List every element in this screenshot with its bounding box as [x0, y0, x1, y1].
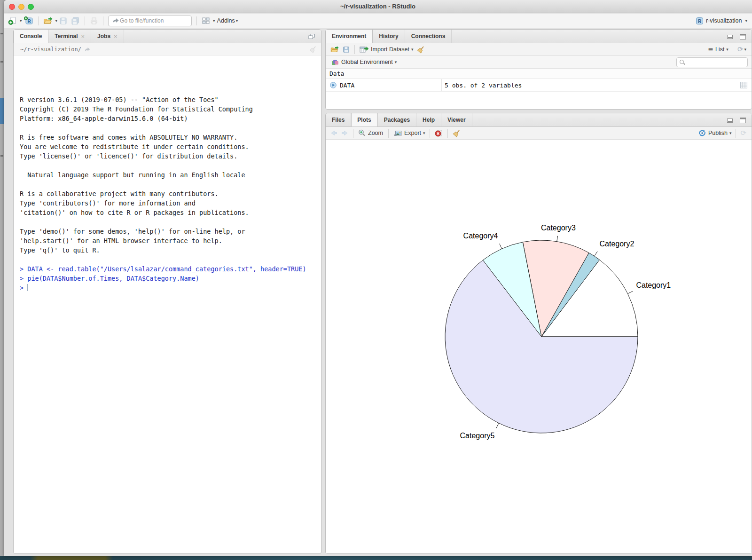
broom-icon — [416, 45, 425, 54]
refresh-environment-button[interactable]: ⟳ ▾ — [736, 44, 748, 55]
minimize-pane-icon — [727, 33, 734, 39]
save-button[interactable] — [57, 15, 69, 26]
export-plot-button[interactable]: Export ▾ — [392, 128, 427, 138]
clear-environment-button[interactable] — [415, 44, 427, 55]
environment-search-box[interactable] — [676, 57, 748, 67]
save-all-button[interactable] — [69, 15, 82, 26]
list-view-caret-icon: ▾ — [726, 47, 728, 52]
project-label: r-visualization — [706, 17, 742, 24]
open-file-button[interactable] — [41, 15, 55, 26]
console-output-line: 'help.start()' for an HTML browser inter… — [20, 236, 321, 245]
list-view-icon: ≡ — [708, 46, 713, 53]
console-output-line — [20, 217, 321, 227]
console-output-line: 'citation()' on how to cite R or R packa… — [20, 208, 321, 217]
console-path-row: ~/r-visualization/ — [14, 43, 321, 55]
console-input-line: > — [20, 283, 321, 292]
tab-connections[interactable]: Connections — [405, 30, 452, 43]
pie-label: Category5 — [460, 432, 495, 440]
toolbar-separator — [388, 129, 389, 138]
plots-tabstrip: FilesPlotsPackagesHelpViewer — [326, 113, 752, 127]
console-output-line: R is a collaborative project with many c… — [20, 189, 321, 198]
tab-label: History — [379, 33, 398, 39]
environment-scope-label: Global Environment — [341, 59, 393, 65]
pie-label-tick — [496, 423, 499, 428]
console-output-line: Platform: x86_64-apple-darwin15.6.0 (64-… — [20, 114, 321, 123]
tab-files[interactable]: Files — [326, 113, 351, 126]
tab-close-icon[interactable]: × — [114, 33, 118, 39]
tab-environment[interactable]: Environment — [326, 30, 373, 43]
expand-object-icon[interactable] — [329, 81, 337, 89]
popout-console-button[interactable] — [306, 31, 317, 42]
console-output[interactable]: R version 3.6.1 (2019-07-05) -- "Action … — [14, 85, 321, 553]
import-dataset-button[interactable]: Import Dataset ▾ — [358, 44, 415, 55]
publish-label: Publish — [708, 130, 728, 136]
console-output-line — [20, 123, 321, 133]
tab-terminal[interactable]: Terminal× — [48, 30, 91, 43]
environment-scope-button[interactable]: Global Environment ▾ — [329, 56, 398, 68]
tab-plots[interactable]: Plots — [351, 113, 377, 126]
print-icon — [89, 16, 99, 25]
list-view-button[interactable]: ≡ List ▾ — [706, 44, 730, 55]
console-output-line: Type 'demo()' for some demos, 'help()' f… — [20, 227, 321, 236]
next-plot-button[interactable] — [339, 128, 350, 138]
refresh-plot-button[interactable]: ⟳ — [739, 128, 748, 138]
new-file-caret-icon[interactable]: ▾ — [20, 18, 22, 23]
view-data-button[interactable] — [740, 81, 748, 91]
tab-label: Plots — [357, 117, 371, 123]
refresh-caret-icon: ▾ — [744, 47, 746, 52]
environment-object-row[interactable]: DATA 5 obs. of 2 variables — [326, 79, 752, 92]
project-menu-button[interactable]: R r-visualization ▾ — [696, 17, 747, 25]
save-workspace-button[interactable] — [341, 44, 352, 55]
tab-jobs[interactable]: Jobs× — [91, 30, 124, 43]
zoom-plot-button[interactable]: Zoom — [356, 128, 385, 138]
addins-button[interactable]: Addins ▾ — [215, 15, 240, 26]
new-file-button[interactable] — [7, 15, 19, 26]
maximize-pane-icon — [739, 117, 746, 124]
clear-console-icon[interactable] — [309, 45, 317, 54]
pane-layout-button[interactable] — [200, 15, 212, 26]
print-button[interactable] — [88, 15, 100, 26]
console-output-line: Type 'contributors()' for more informati… — [20, 198, 321, 208]
titlebar: ~/r-visualization - RStudio — [4, 0, 752, 13]
environment-tabstrip: EnvironmentHistoryConnections — [326, 30, 752, 43]
goto-file-box[interactable] — [108, 16, 192, 26]
back-arrow-icon — [330, 129, 338, 137]
save-icon — [59, 16, 68, 25]
zoom-label: Zoom — [368, 130, 383, 136]
tab-packages[interactable]: Packages — [378, 113, 416, 126]
tab-close-icon[interactable]: × — [81, 33, 85, 39]
tab-label: Packages — [384, 117, 410, 123]
remove-plot-button[interactable] — [433, 128, 445, 138]
load-workspace-button[interactable] — [329, 44, 341, 55]
object-summary: 5 obs. of 2 variables — [445, 82, 522, 89]
refresh-icon: ⟳ — [737, 46, 744, 53]
previous-plot-button[interactable] — [329, 128, 339, 138]
toolbar-separator — [430, 129, 430, 138]
tab-help[interactable]: Help — [416, 113, 441, 126]
minimize-pane-button[interactable] — [725, 115, 735, 126]
minimize-pane-icon — [727, 117, 734, 123]
tab-console[interactable]: Console — [14, 30, 48, 43]
toolbar-separator — [38, 16, 39, 25]
toolbar-separator — [196, 16, 197, 25]
svg-text:R: R — [698, 18, 702, 24]
new-project-button[interactable]: R — [22, 15, 35, 26]
clear-plots-button[interactable] — [451, 128, 462, 138]
main-toolbar: ▾ R ▾ — [4, 14, 752, 28]
tab-history[interactable]: History — [373, 30, 405, 43]
maximize-pane-button[interactable] — [738, 115, 748, 126]
tab-viewer[interactable]: Viewer — [441, 113, 472, 126]
tab-label: Console — [20, 33, 42, 39]
pie-label: Category2 — [600, 240, 634, 248]
publish-icon — [698, 129, 706, 137]
goto-directory-icon[interactable] — [84, 46, 92, 53]
publish-button[interactable]: Publish ▾ — [697, 128, 733, 138]
goto-file-input[interactable] — [120, 17, 181, 24]
minimize-pane-button[interactable] — [725, 31, 735, 42]
console-output-line — [20, 255, 321, 264]
toolbar-separator — [85, 16, 85, 25]
pie-label-tick — [595, 252, 598, 256]
pane-layout-icon — [201, 16, 211, 25]
maximize-pane-button[interactable] — [738, 31, 748, 42]
addins-caret-icon: ▾ — [236, 18, 238, 23]
